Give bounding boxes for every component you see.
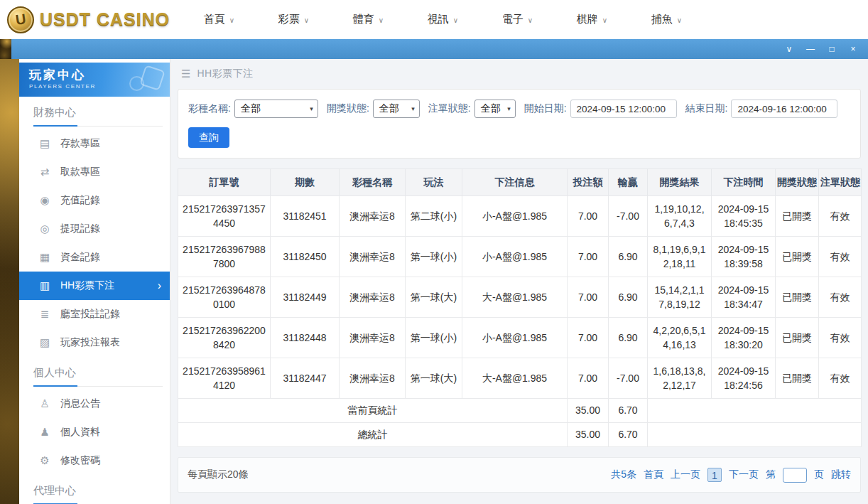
cell-amount: 7.00: [568, 318, 609, 358]
first-page-link[interactable]: 首頁: [644, 468, 663, 481]
background-art: [0, 59, 19, 504]
sidebar-item-withdraw[interactable]: ⇄ 取款專區: [19, 158, 170, 186]
order-status-select-value: 全部: [481, 102, 501, 115]
search-button[interactable]: 查詢: [188, 127, 229, 148]
cell-period: 31182449: [271, 277, 340, 318]
logo-coin-letter: U: [14, 11, 27, 28]
hamburger-icon[interactable]: ☰: [181, 68, 190, 80]
draw-status-filter: 開獎狀態: 全部 ▾: [327, 100, 420, 118]
col-header-period: 期數: [271, 169, 340, 196]
summary-empty: [648, 423, 862, 447]
end-date-filter: 結束日期:: [685, 100, 838, 118]
col-header-result: 開獎結果: [648, 169, 712, 196]
sidebar-section-personal: 個人中心: [33, 366, 163, 387]
deposit-icon: ▤: [38, 137, 51, 150]
nav-item-chess[interactable]: 棋牌 ∨: [555, 0, 629, 39]
window-collapse-button[interactable]: ∨: [779, 39, 800, 59]
logo-text: USDT CASINO: [40, 9, 170, 30]
sidebar-item-hh-lottery-bet[interactable]: ▥ HH彩票下注 ›: [19, 272, 170, 300]
cell-draw-status: 已開獎: [776, 318, 819, 358]
cell-period: 31182448: [271, 318, 340, 358]
player-center-window: 玩家中心 PLAYERS CENTER 財務中心 ▤ 存款專區 ⇄ 取款專區 ◉…: [19, 59, 868, 504]
window-minimize-button[interactable]: —: [800, 39, 821, 59]
lottery-select[interactable]: 全部 ▾: [234, 100, 318, 118]
next-page-link[interactable]: 下一页: [729, 468, 759, 481]
main-content: ☰ HH彩票下注 彩種名稱: 全部 ▾ 開獎狀態: 全部: [170, 59, 868, 504]
bet-table: 訂單號 期數 彩種名稱 玩法 下注信息 投注額 輸贏 開獎結果 下注時間 開獎狀…: [178, 168, 862, 447]
cell-period: 31182450: [271, 237, 340, 277]
current-page[interactable]: 1: [707, 468, 722, 482]
cell-win-loss: 6.90: [609, 277, 648, 318]
draw-status-select[interactable]: 全部 ▾: [373, 100, 420, 118]
nav-item-label: 彩票: [278, 13, 300, 26]
nav-item-lottery[interactable]: 彩票 ∨: [256, 0, 331, 39]
lottery-select-value: 全部: [241, 102, 261, 115]
jump-button[interactable]: 跳转: [831, 468, 851, 481]
nav-item-label: 首頁: [204, 13, 225, 26]
sidebar-item-recharge-record[interactable]: ◉ 充值記錄: [19, 186, 170, 215]
hall-bet-record-icon: ≣: [38, 308, 51, 321]
section-title: 財務中心: [33, 106, 76, 118]
sidebar-item-withdrawal-record[interactable]: ◎ 提現記錄: [19, 215, 170, 243]
summary-empty: [648, 399, 862, 423]
sidebar-item-player-bet-report[interactable]: ▨ 玩家投注報表: [19, 328, 170, 357]
sidebar-item-change-password[interactable]: ⚙ 修改密碼: [19, 446, 170, 475]
cell-draw-status: 已開獎: [776, 237, 819, 277]
order-status-filter-label: 注單狀態:: [428, 102, 471, 115]
start-date-filter: 開始日期:: [524, 100, 677, 118]
sidebar-item-funds-record[interactable]: ▦ 資金記錄: [19, 243, 170, 272]
total-count: 共5条: [611, 468, 636, 481]
jump-page-input[interactable]: [783, 468, 807, 483]
page: U USDT CASINO 首頁 ∨ 彩票 ∨ 體育 ∨ 視訊 ∨ 電子: [0, 0, 868, 504]
cell-period: 31182447: [271, 358, 340, 399]
cell-bet-time: 2024-09-15 18:30:20: [712, 318, 776, 358]
sidebar-item-profile[interactable]: ♟ 個人資料: [19, 418, 170, 446]
table-footer: 每頁顯示20條 共5条 首頁 上一页 1 下一页 第 页 跳转: [178, 457, 861, 493]
announcement-icon: ♙: [38, 397, 51, 410]
end-date-input[interactable]: [731, 100, 837, 118]
summary-row-total: 總統計 35.00 6.70: [178, 423, 862, 447]
sidebar-item-label: 取款專區: [60, 166, 100, 178]
cell-bet-time: 2024-09-15 18:24:56: [712, 358, 776, 399]
nav-item-electronic[interactable]: 電子 ∨: [480, 0, 555, 39]
col-header-play: 玩法: [406, 169, 462, 196]
draw-status-filter-label: 開獎狀態:: [327, 102, 369, 115]
chevron-down-icon: ▾: [310, 105, 313, 112]
cell-order-id: 2152172639648780100: [178, 277, 271, 318]
sidebar-item-hall-bet-record[interactable]: ≣ 廳室投註記錄: [19, 300, 170, 328]
chevron-down-icon: ▾: [411, 105, 415, 112]
nav-item-live-video[interactable]: 視訊 ∨: [406, 0, 480, 39]
start-date-input[interactable]: [570, 100, 677, 118]
chevron-down-icon: ∨: [677, 16, 682, 24]
cell-win-loss: -7.00: [609, 358, 648, 399]
cell-order-id: 2152172639679887800: [178, 237, 271, 277]
chevron-down-icon: ▾: [507, 105, 511, 112]
end-date-label: 結束日期:: [685, 102, 728, 115]
cell-draw-status: 已開獎: [776, 196, 819, 237]
logo[interactable]: U USDT CASINO: [0, 6, 176, 33]
chevron-down-icon: ∨: [602, 16, 607, 24]
cell-order-status: 有效: [819, 196, 862, 237]
summary-amount: 35.00: [568, 423, 609, 447]
section-title: 個人中心: [33, 366, 76, 378]
cell-win-loss: -7.00: [609, 196, 648, 237]
page-title: HH彩票下注: [197, 68, 253, 80]
start-date-label: 開始日期:: [524, 102, 567, 115]
window-close-button[interactable]: ×: [842, 39, 864, 59]
cell-lottery: 澳洲幸运8: [340, 318, 406, 358]
col-header-order-status: 注單狀態: [819, 169, 862, 196]
order-status-select[interactable]: 全部 ▾: [474, 100, 516, 118]
cell-order-status: 有效: [819, 277, 862, 318]
nav-item-sports[interactable]: 體育 ∨: [331, 0, 406, 39]
prev-page-link[interactable]: 上一页: [671, 468, 700, 481]
summary-label: 當前頁統計: [178, 399, 568, 423]
nav-item-home[interactable]: 首頁 ∨: [182, 0, 256, 39]
nav-item-fishing[interactable]: 捕魚 ∨: [629, 0, 704, 39]
sidebar-item-announcements[interactable]: ♙ 消息公告: [19, 390, 170, 418]
cell-result: 15,14,2,1,17,8,19,12: [648, 277, 712, 318]
window-maximize-button[interactable]: □: [821, 39, 842, 59]
chevron-down-icon: ∨: [379, 16, 384, 24]
funds-record-icon: ▦: [38, 251, 51, 264]
table-row: 2152172639648780100 31182449 澳洲幸运8 第一球(大…: [178, 277, 862, 318]
sidebar-item-deposit[interactable]: ▤ 存款專區: [19, 129, 170, 158]
